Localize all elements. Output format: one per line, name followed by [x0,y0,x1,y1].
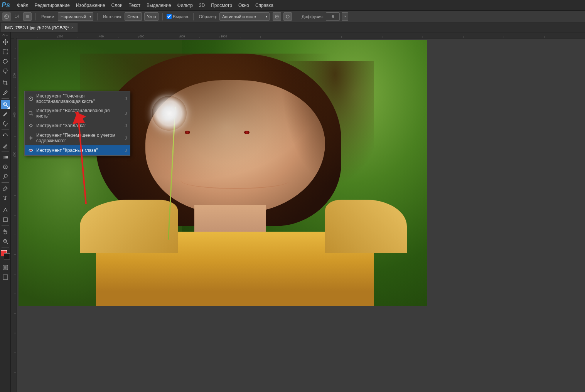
flyout-healing-brush[interactable]: Инструмент "Восстанавливающая кисть" J [25,106,130,121]
canvas-area: 200 400 600 800 1000 [11,32,585,392]
svg-point-11 [4,174,7,177]
shoulder-left [80,200,178,253]
clone-stamp-tool-btn[interactable] [1,119,10,128]
path-selection-tool-btn[interactable] [1,205,10,215]
svg-rect-16 [3,275,8,279]
svg-text:400: 400 [99,35,104,38]
menu-view[interactable]: Просмотр [208,1,235,10]
dodge-tool-btn[interactable] [1,172,10,181]
brush-size-value: 14 [13,14,21,19]
text-tool-btn[interactable]: T [1,193,10,203]
sep3 [162,13,163,20]
sample-options-btn[interactable] [273,12,281,21]
blur-tool-btn[interactable] [1,162,10,172]
brush-preset-controls [23,12,32,21]
svg-rect-9 [3,156,8,158]
quick-mask-btn[interactable] [1,263,10,272]
menu-edit[interactable]: Редактирование [32,1,73,10]
red-eye-shortcut: J [125,148,127,153]
toolbar-sep2 [2,98,9,99]
quick-select-tool-btn[interactable] [1,66,10,76]
mode-dropdown[interactable]: Нормальный [58,12,93,21]
menu-filter[interactable]: Фильтр [174,1,196,10]
diffusion-value[interactable]: 6 [326,12,340,21]
menu-select[interactable]: Выделение [143,1,174,10]
eraser-tool-btn[interactable] [1,141,10,150]
ruler-top: 200 400 600 800 1000 [11,32,585,39]
options-bar: 14 Режим: Нормальный Источник: Семп. Узо… [0,11,585,22]
history-state-btn[interactable] [283,12,292,21]
flyout-patch[interactable]: Инструмент "Заплатка" J [25,121,130,131]
svg-point-1 [5,15,7,17]
screen-mode-btn[interactable] [1,273,10,282]
eyedropper-tool-btn[interactable] [1,88,10,97]
source-sample-btn[interactable]: Семп. [125,12,142,21]
mode-label: Режим: [41,14,56,19]
sep1 [35,13,36,20]
content-aware-move-icon [28,135,34,141]
menu-3d[interactable]: 3D [196,1,208,10]
toolbar-sep4 [2,151,9,151]
person-container [80,40,407,306]
menu-window[interactable]: Окно [235,1,252,10]
svg-text:1000: 1000 [221,35,227,38]
diffusion-dropdown-btn[interactable]: ▾ [342,12,348,21]
healing-brush-icon [28,110,34,116]
hand-tool-btn[interactable] [1,227,10,236]
flyout-content-aware-move[interactable]: Инструмент "Перемещение с учетом содержи… [25,131,130,145]
sep2 [97,13,98,20]
history-brush-tool-btn[interactable] [1,131,10,140]
text-tool-icon: T [3,195,7,201]
shoulder-right [325,200,407,253]
tool-flyout: Инструмент "Точечная восстанавливающая к… [24,91,130,156]
color-swatches [1,250,10,259]
pen-tool-btn[interactable] [1,184,10,193]
canvas-wrapper [19,40,427,306]
brush-options-btn[interactable] [23,12,32,21]
svg-text:200: 200 [13,73,16,78]
menu-layers[interactable]: Слои [108,1,126,10]
svg-rect-15 [4,266,7,269]
svg-point-5 [3,69,7,72]
content-aware-move-label: Инструмент "Перемещение с учетом содержи… [36,133,123,143]
align-checkbox[interactable] [167,14,172,19]
svg-text:400: 400 [13,113,16,117]
diffusion-label: Диффузия: [302,14,324,19]
move-tool-btn[interactable] [1,37,10,47]
toolbar-num: Con [2,34,8,37]
flyout-spot-healing[interactable]: Инструмент "Точечная восстанавливающая к… [25,91,130,106]
lasso-tool-btn[interactable] [1,57,10,66]
gradient-tool-btn[interactable] [1,153,10,162]
marquee-tool-btn[interactable] [1,47,10,56]
tab-bar: IMG_7552-1.jpg @ 22% (RGB/8)* × [0,22,585,32]
patch-label: Инструмент "Заплатка" [36,123,123,128]
menu-help[interactable]: Справка [252,1,276,10]
menu-file[interactable]: Файл [14,1,32,10]
toolbar-sep6 [2,204,9,204]
healing-brush-shortcut: J [125,111,127,116]
source-pattern-btn[interactable]: Узор [144,12,159,21]
toolbar-sep8 [2,247,9,247]
svg-point-10 [5,166,6,168]
menu-image[interactable]: Изображение [73,1,108,10]
document-tab[interactable]: IMG_7552-1.jpg @ 22% (RGB/8)* × [1,23,78,32]
svg-rect-4 [3,49,8,54]
quick-mask-mode-btn[interactable] [1,263,10,272]
flyout-red-eye[interactable]: Инструмент "Красные глаза" J [25,145,130,155]
menu-text[interactable]: Текст [126,1,143,10]
toolbar-sep5 [2,182,9,183]
sample-dropdown[interactable]: Активный и ниже [219,12,270,21]
source-label: Источник: [103,14,122,19]
shape-tool-btn[interactable] [1,215,10,224]
healing-brush-tool-btn[interactable] [1,100,10,109]
crop-tool-btn[interactable] [1,78,10,87]
red-eye-icon [28,147,34,153]
tab-close-btn[interactable]: × [71,25,74,30]
background-color[interactable] [4,253,10,259]
sample-label: Образец: [199,14,217,19]
svg-point-71 [30,150,32,151]
zoom-tool-btn[interactable] [1,237,10,246]
svg-point-70 [29,111,32,114]
toolbar-sep7 [2,225,9,226]
brush-tool-btn[interactable] [1,109,10,119]
